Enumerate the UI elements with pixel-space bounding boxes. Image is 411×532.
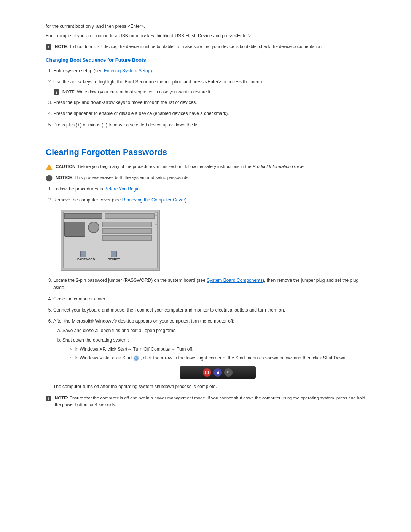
svg-point-11 [135, 357, 136, 358]
boot-step-1: Enter system setup (see Entering System … [53, 67, 365, 75]
notice-block: ! NOTICE: This process erases both the s… [46, 174, 365, 182]
final-note-text: Ensure that the computer is off and not … [55, 396, 365, 407]
sub-sub-steps-list: In Windows XP, click Start→ Turn Off Com… [70, 346, 365, 362]
notice-icon: ! [46, 175, 53, 182]
boot-sequence-heading: Changing Boot Sequence for Future Boots [46, 57, 365, 63]
inner-note-boot: i NOTE: Write down your current boot seq… [53, 89, 365, 95]
svg-text:!: ! [48, 166, 49, 170]
notice-text: This process erases both the system and … [75, 175, 188, 180]
lock-button-visual [213, 368, 222, 377]
shutdown-caption: The computer turns off after the operati… [53, 383, 365, 390]
final-note: i NOTE: Ensure that the computer is off … [46, 395, 365, 408]
before-you-begin-link[interactable]: Before You Begin [104, 186, 140, 192]
caution-italic: Product Information Guide [253, 164, 304, 169]
power-icon [205, 370, 209, 375]
boot-step-2: Use the arrow keys to highlight the Boot… [53, 78, 365, 95]
clearing-passwords-heading: Clearing Forgotten Passwords [46, 147, 365, 157]
boot-step-3: Press the up- and down-arrow keys to mov… [53, 99, 365, 106]
arrow-button-visual: ▶ [224, 368, 233, 377]
caution-block: ! CAUTION: Before you begin any of the p… [46, 163, 365, 171]
lock-icon [215, 370, 220, 375]
pw-step-1: Follow the procedures in Before You Begi… [53, 185, 365, 193]
notice-label: NOTICE [56, 175, 72, 180]
note-usb-text: To boot to a USB device, the device must… [69, 44, 323, 49]
svg-text:!: ! [48, 176, 50, 181]
page-content: for the current boot only, and then pres… [46, 23, 365, 408]
sub-steps-list: Save and close all open files and exit a… [62, 327, 365, 379]
sub-step-b: Shut down the operating system: In Windo… [62, 337, 365, 379]
section-divider [46, 138, 365, 138]
power-button-visual [203, 368, 211, 377]
motherboard-image: PASSWORD RTCRST [61, 210, 160, 271]
note-usb-label: NOTE [55, 44, 67, 49]
caution-label: CAUTION [56, 164, 75, 169]
pw-step-2: Remove the computer cover (see Removing … [53, 197, 365, 271]
pw-step-6: After the Microsoft® Windows® desktop ap… [53, 318, 365, 379]
inner-note-label: NOTE [62, 89, 75, 94]
final-note-icon: i [46, 395, 52, 401]
svg-text:i: i [48, 45, 49, 49]
intro-line1: for the current boot only, and then pres… [46, 23, 365, 30]
shutdown-bar-container: ▶ [70, 366, 365, 379]
boot-step-4: Press the spacebar to enable or disable … [53, 110, 365, 117]
boot-steps-list: Enter system setup (see Entering System … [53, 67, 365, 129]
entering-system-setup-link[interactable]: Entering System Setup [104, 68, 151, 73]
pw-step-4: Close the computer cover. [53, 296, 365, 303]
shutdown-image: ▶ [180, 366, 256, 379]
note-usb: i NOTE: To boot to a USB device, the dev… [46, 43, 365, 50]
pw-step-3: Locate the 2-pin password jumper (PASSWO… [53, 277, 365, 291]
inner-note-icon: i [53, 89, 59, 95]
windows-vista-icon [133, 355, 139, 361]
password-steps-list: Follow the procedures in Before You Begi… [53, 185, 365, 379]
intro-line2: For example, if you are booting to a USB… [46, 32, 365, 40]
removing-cover-link[interactable]: Removing the Computer Cover [122, 197, 185, 203]
svg-text:i: i [48, 396, 49, 401]
caution-icon: ! [46, 164, 53, 171]
note-icon: i [46, 44, 52, 50]
final-note-label: NOTE [55, 396, 67, 400]
boot-step-5: Press plus (+) or minus (−) to move a se… [53, 121, 365, 129]
svg-text:i: i [56, 90, 57, 94]
sub-sub-step-vista: In Windows Vista, click Start , click th… [70, 355, 365, 362]
system-board-link[interactable]: System Board Components [207, 278, 263, 283]
pw-step-5: Connect your keyboard and mouse, then co… [53, 307, 365, 314]
inner-note-text: Write down your current boot sequence in… [77, 89, 211, 94]
sub-sub-step-xp: In Windows XP, click Start→ Turn Off Com… [70, 346, 365, 353]
svg-rect-14 [217, 372, 219, 374]
sub-step-a: Save and close all open files and exit a… [62, 327, 365, 334]
